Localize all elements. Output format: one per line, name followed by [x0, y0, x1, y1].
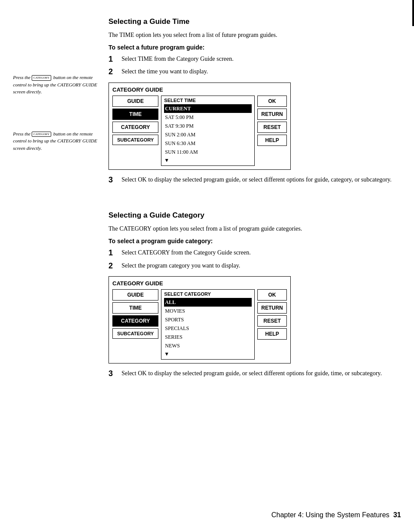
diagram2-btn-subcategory[interactable]: SUBCATEGORY [112, 328, 158, 339]
section1-steps: 1 Select TIME from the Category Guide sc… [108, 54, 401, 77]
diagram1-left-buttons: GUIDE TIME CATEGORY SUBCATEGORY [112, 96, 158, 166]
diagram2-item-all[interactable]: ALL [164, 298, 252, 307]
category-icon-1: CATEGORY [32, 75, 51, 81]
diagram1-arrow: ▼ [164, 157, 252, 164]
diagram2-title: CATEGORY GUIDE [112, 280, 287, 287]
diagram2-btn-help[interactable]: HELP [257, 328, 287, 340]
step2-number: 2 [108, 67, 119, 77]
diagram2-item-series[interactable]: SERIES [164, 333, 252, 341]
section2-steps: 1 Select CATEGORY from the Category Guid… [108, 248, 401, 271]
section2-step3-list: 3 Select OK to display the selected prog… [108, 369, 401, 379]
section2-step-3: 3 Select OK to display the selected prog… [108, 369, 401, 379]
diagram2-left-buttons: GUIDE TIME CATEGORY SUBCATEGORY [112, 289, 158, 360]
diagram1-btn-reset[interactable]: RESET [257, 122, 287, 133]
diagram1-item-sat930[interactable]: SAT 9:30 PM [164, 122, 252, 130]
diagram2-btn-ok[interactable]: OK [257, 289, 287, 301]
diagram1-item-current[interactable]: CURRENT [164, 104, 252, 113]
diagram1-inner: GUIDE TIME CATEGORY SUBCATEGORY SELECT T… [112, 96, 287, 166]
section2-title: Selecting a Guide Category [108, 211, 401, 220]
diagram2-btn-guide[interactable]: GUIDE [112, 289, 158, 301]
diagram1-item-sun1100[interactable]: SUN 11:00 AM [164, 148, 252, 156]
step3-number: 3 [108, 175, 119, 185]
side-note-2: Press the CATEGORY button on the remote … [13, 130, 100, 152]
section2-subsection-title: To select a program guide category: [108, 238, 401, 245]
diagram2-item-specials[interactable]: SPECIALS [164, 324, 252, 333]
diagram2-btn-time[interactable]: TIME [112, 302, 158, 314]
s2-step1-number: 1 [108, 248, 119, 258]
diagram1-btn-time[interactable]: TIME [112, 109, 158, 120]
section-guide-category: Selecting a Guide Category The CATEGORY … [108, 211, 401, 379]
diagram2-btn-return[interactable]: RETURN [257, 302, 287, 314]
section1-step3-list: 3 Select OK to display the selected prog… [108, 175, 401, 185]
section1-subsection-title: To select a future program guide: [108, 44, 401, 51]
diagram1-btn-ok[interactable]: OK [257, 96, 287, 107]
side-note-1: Press the CATEGORY button on the remote … [13, 74, 100, 96]
diagram2-item-movies[interactable]: MOVIES [164, 307, 252, 315]
step2-text: Select the time you want to display. [122, 67, 401, 77]
section1-step-1: 1 Select TIME from the Category Guide sc… [108, 54, 401, 64]
diagram1-btn-return[interactable]: RETURN [257, 109, 287, 120]
diagram2: CATEGORY GUIDE GUIDE TIME CATEGORY SUBCA… [108, 276, 291, 363]
diagram2-item-news[interactable]: NEWS [164, 341, 252, 350]
page-footer: Chapter 4: Using the System Features 31 [271, 511, 401, 519]
diagram2-inner: GUIDE TIME CATEGORY SUBCATEGORY SELECT C… [112, 289, 287, 360]
s2-step1-text: Select CATEGORY from the Category Guide … [122, 248, 401, 258]
diagram1-right-buttons: OK RETURN RESET HELP [257, 96, 287, 166]
footer-chapter-text: Chapter 4: Using the System Features [271, 511, 389, 519]
diagram2-btn-category[interactable]: CATEGORY [112, 315, 158, 327]
s2-step2-number: 2 [108, 261, 119, 271]
category-icon-2: CATEGORY [32, 132, 51, 137]
footer-page-number: 31 [393, 511, 401, 519]
diagram1-center: SELECT TIME CURRENT SAT 5:00 PM SAT 9:30… [161, 96, 255, 166]
diagram2-arrow: ▼ [164, 351, 252, 357]
s2-step2-text: Select the program category you want to … [122, 261, 401, 271]
diagram1-item-sun200[interactable]: SUN 2:00 AM [164, 130, 252, 139]
diagram1-center-label: SELECT TIME [164, 98, 252, 103]
diagram1-btn-category[interactable]: CATEGORY [112, 122, 158, 133]
step1-text: Select TIME from the Category Guide scre… [122, 54, 401, 64]
s2-step3-text: Select OK to display the selected progra… [122, 369, 401, 379]
diagram1-btn-guide[interactable]: GUIDE [112, 96, 158, 107]
diagram2-center-label: SELECT CATEGORY [164, 291, 252, 297]
section-guide-time: Selecting a Guide Time The TIME option l… [108, 17, 401, 185]
diagram1: CATEGORY GUIDE GUIDE TIME CATEGORY SUBCA… [108, 83, 291, 170]
diagram2-center: SELECT CATEGORY ALL MOVIES SPORTS SPECIA… [161, 289, 255, 360]
diagram1-title: CATEGORY GUIDE [112, 86, 287, 93]
diagram1-item-sat500[interactable]: SAT 5:00 PM [164, 113, 252, 122]
step1-number: 1 [108, 54, 119, 64]
diagram2-item-sports[interactable]: SPORTS [164, 315, 252, 324]
section1-step-3: 3 Select OK to display the selected prog… [108, 175, 401, 185]
section2-body: The CATEGORY option lets you select from… [108, 224, 401, 233]
step3-text: Select OK to display the selected progra… [122, 175, 401, 185]
section-separator [108, 198, 401, 211]
section1-step-2: 2 Select the time you want to display. [108, 67, 401, 77]
diagram1-item-sun630[interactable]: SUN 6:30 AM [164, 139, 252, 148]
s2-step3-number: 3 [108, 369, 119, 379]
diagram2-btn-reset[interactable]: RESET [257, 315, 287, 327]
section1-title: Selecting a Guide Time [108, 17, 401, 26]
diagram1-btn-help[interactable]: HELP [257, 135, 287, 146]
diagram2-right-buttons: OK RETURN RESET HELP [257, 289, 287, 360]
diagram1-btn-subcategory[interactable]: SUBCATEGORY [112, 135, 158, 145]
section1-body: The TIME option lets you select from a l… [108, 30, 401, 40]
section2-step-1: 1 Select CATEGORY from the Category Guid… [108, 248, 401, 258]
section2-step-2: 2 Select the program category you want t… [108, 261, 401, 271]
